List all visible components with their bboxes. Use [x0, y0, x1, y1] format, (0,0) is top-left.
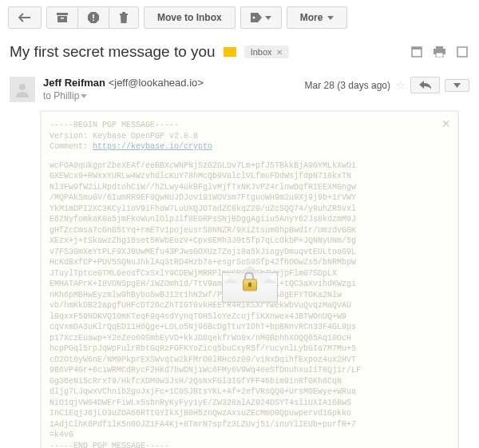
pgp-line: nKh6pMBHwEyzmlw9hBybo5wBJ12t1hN2wf/PsdLm…	[49, 290, 449, 301]
pgp-line: Gg36eNi5cRrxT9/HkfcXDM0w3JsH/2QsNxFGl3IG…	[49, 376, 449, 387]
svg-rect-1	[57, 16, 67, 22]
pgp-line: p17XczEuawp+Y2eZeo69SmbEyVD+kkJD8qekfrWo…	[49, 333, 449, 344]
expand-icon	[457, 46, 468, 57]
spam-icon	[88, 12, 99, 23]
pgp-line: =k4vG	[49, 430, 449, 441]
pgp-line: E62NyfomkaK0a5jmFkoWunlOlpJlf8EGRPsSNjBD…	[49, 214, 449, 225]
pgp-line: gHfZcCmsa7cGnG5tYq+rmETv1pojeusrS8NNZR/9…	[49, 225, 449, 236]
svg-rect-0	[57, 13, 68, 15]
reply-button[interactable]	[410, 77, 440, 93]
person-icon	[14, 81, 30, 97]
to-text: to Phillip	[43, 90, 79, 101]
print-icon	[433, 46, 445, 57]
inbox-label[interactable]: Inbox ✕	[244, 46, 289, 58]
labels-button[interactable]	[240, 6, 282, 29]
pgp-comment: Comment: https://keybase.io/crypto	[49, 141, 449, 153]
pgp-line: dljg7LJqwxVChnib2guJxjFc+1C0SJBtsYKL+Af+…	[49, 387, 449, 398]
pgp-line: InC1EqjJ6jLO3uZOA66RTtGYIkXjB0H5znQwzAxs…	[49, 408, 449, 419]
chevron-down-icon	[327, 16, 334, 20]
more-label: More	[300, 12, 323, 23]
svg-point-15	[19, 84, 26, 90]
pgp-line: l9qxxF59NDKVQ10mKTeqF9q4sdYynqTOHSloYeZc…	[49, 311, 449, 323]
close-icon[interactable]: ✕	[441, 117, 451, 132]
new-window-icon	[411, 46, 422, 57]
pgp-line: NiO1qjVW04DWErFiWLx5sbnRyKyFyy1yE/ZW328a…	[49, 398, 449, 409]
archive-icon	[57, 13, 68, 22]
to-line[interactable]: to Phillip	[43, 90, 204, 101]
svg-rect-6	[120, 14, 128, 15]
svg-rect-5	[93, 20, 94, 22]
svg-rect-7	[122, 12, 125, 14]
new-window-button[interactable]	[410, 45, 424, 59]
pgp-begin: -----BEGIN PGP MESSAGE-----	[49, 120, 449, 131]
move-to-inbox-button[interactable]: Move to Inbox	[144, 6, 236, 29]
pgp-line: EMHATAPrK+I8VONSpgEH/1WZOmh1d/TtV9amcJb+…	[49, 279, 449, 290]
delete-button[interactable]	[109, 6, 139, 29]
pgp-line: /MQPAk5muGV/6IumRR9EF0QwNUJDJov191WOVsm7…	[49, 192, 449, 204]
svg-rect-10	[412, 47, 422, 50]
pgp-line: 9B6VP4Gr+6c1WRMCdRycF2HKd7bwDNj1Wc6FMy6V…	[49, 365, 449, 376]
svg-rect-11	[436, 46, 443, 49]
avatar	[10, 77, 35, 102]
reply-icon	[419, 81, 431, 89]
chevron-down-icon	[453, 83, 461, 88]
svg-rect-13	[436, 53, 443, 57]
remove-label-icon[interactable]: ✕	[276, 48, 283, 57]
svg-point-8	[252, 17, 255, 19]
pgp-message-box: ✕ -----BEGIN PGP MESSAGE----- Version: K…	[40, 110, 459, 448]
svg-rect-4	[93, 14, 94, 18]
pgp-line: cD2Ot6yW6nE/NM9PkprEXSWvqtw2kFMrO0lRHc6z…	[49, 355, 449, 366]
back-arrow-icon	[18, 13, 31, 22]
pgp-line: wcFOA0qUkgprZbeXEAf/eeBBXcWNPNjSzG2GLOv7…	[49, 161, 449, 172]
pgp-line: XEzx+j+tSkawzZhg16set5KWbEozV+Cpx0EMh3J0…	[49, 236, 449, 247]
trash-icon	[119, 12, 129, 23]
pgp-line: 1AdjClhK6Pdf1lK5n0OJZ1FA4Kj+8TmrN7spfz3L…	[49, 419, 449, 430]
pgp-line: hcpPGql5rpJqWpFulrRbtGqRzFOFKYoZicq5buCx…	[49, 343, 449, 355]
pgp-end: -----END PGP MESSAGE-----	[49, 441, 449, 449]
pgp-version: Version: Keybase OpenPGP v2.0.8	[49, 131, 449, 142]
action-group	[46, 6, 139, 29]
pgp-line: JTuylTptce0TML0eosfCxSxlY9CDEWjMRRPlmHCR…	[49, 268, 449, 280]
pgp-line: cqVxmDA3uKlrQqED11H6Qge+LOLo5Nj96BcDgTtu…	[49, 322, 449, 333]
svg-rect-14	[457, 47, 467, 57]
chevron-down-icon	[81, 94, 87, 98]
chevron-down-icon	[265, 16, 271, 20]
from-email: <jeff@lookahead.io>	[109, 77, 204, 89]
pgp-line: GXEWcx9+RWxxYURLw4WzvhdlcKuY78hMcQb9Valc…	[49, 171, 449, 182]
pgp-line: YkM1mDPI2XC3KCyl1oV9iFhoW7LuUXQJOTadZC8k…	[49, 204, 449, 215]
folder-icon	[224, 47, 236, 57]
pgp-line: HcKdBxfCP+PUV5SQNuJhklAq3tRD4Hzb7a+esgrS…	[49, 257, 449, 268]
pgp-line: v7FS3GmXeYtPLF9XJ0UwMEfu43PJwsGOXUz7Zoji…	[49, 247, 449, 258]
tag-icon	[251, 13, 262, 22]
message-more-button[interactable]	[445, 79, 469, 92]
star-button[interactable]: ☆	[395, 78, 406, 93]
pgp-line: Nl3Fw9fW2iLRpdtohCiW//hZLwy4ukBFglvMjfTx…	[49, 182, 449, 193]
more-button[interactable]: More	[287, 6, 348, 29]
from-name: Jeff Reifman	[43, 77, 105, 89]
pgp-body: wcFOA0qUkgprZbeXEAf/eeBBXcWNPNjSzG2GLOv7…	[49, 161, 449, 441]
label-text: Inbox	[251, 47, 272, 57]
print-button[interactable]	[432, 45, 447, 59]
pgp-comment-link[interactable]: https://keybase.io/crypto	[93, 142, 212, 151]
pgp-line: vb/hmKkDB22apgfUHFcDT26cZhTIGT0vkHEErR4R…	[49, 300, 449, 311]
message-date: Mar 28 (3 days ago)	[305, 80, 390, 91]
svg-rect-2	[61, 18, 64, 19]
spam-button[interactable]	[77, 6, 109, 29]
subject-text: My first secret message to you	[10, 43, 216, 61]
expand-button[interactable]	[455, 45, 469, 59]
back-button[interactable]	[8, 6, 42, 29]
archive-button[interactable]	[46, 6, 78, 29]
